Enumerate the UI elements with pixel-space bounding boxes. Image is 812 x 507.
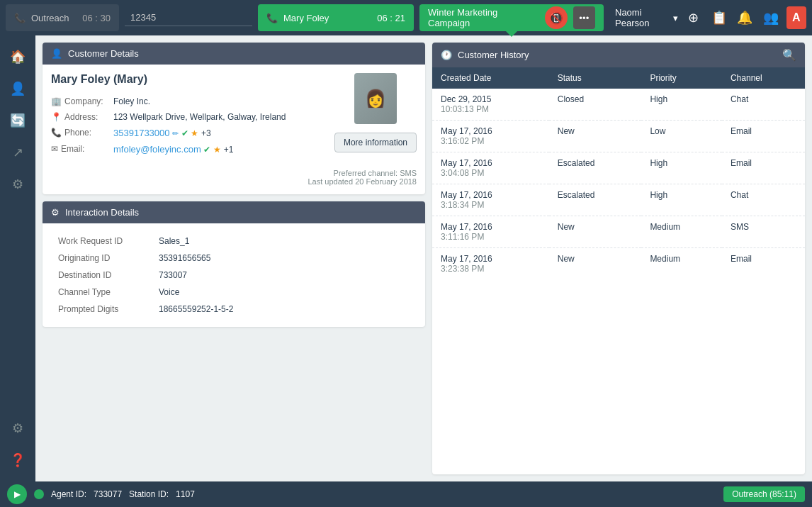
history-priority: High (641, 184, 722, 216)
history-status: Escalated (549, 184, 642, 216)
interaction-row: Channel TypeVoice (52, 284, 415, 300)
top-bar-right: Naomi Pearson ▾ ⊕ 📋 🔔 👥 A (615, 6, 806, 29)
sidebar-help-button[interactable]: ❓ (4, 446, 32, 474)
outreach-phone-icon: 📞 (14, 13, 26, 23)
company-value: Foley Inc. (113, 96, 150, 106)
history-column-header: Priority (641, 67, 722, 89)
interaction-label: Work Request ID (52, 233, 152, 249)
interaction-icon: ⚙ (51, 207, 60, 218)
agent-id-value: 733077 (94, 489, 122, 499)
outreach-tab[interactable]: 📞 Outreach 06 : 30 (6, 4, 119, 31)
email-icon: ✉ (51, 144, 58, 154)
history-column-header: Status (549, 67, 642, 89)
customer-details-card: 👤 Customer Details Mary Foley (Mary) 🏢 (43, 43, 425, 194)
phone-value-group: 35391733000 ✏ ✔ ★ +3 (113, 128, 211, 138)
agent-id-label: Agent ID: (51, 489, 86, 499)
customer-details-header: 👤 Customer Details (43, 43, 425, 65)
interaction-title: Interaction Details (65, 207, 139, 218)
notifications-button[interactable]: 🔔 (735, 6, 755, 29)
history-status: New (549, 121, 642, 152)
chevron-down-icon: ▾ (673, 13, 678, 23)
more-options-button[interactable]: ••• (573, 6, 595, 29)
interaction-details-header: ⚙ Interaction Details (43, 201, 425, 223)
phone-extra: +3 (201, 128, 211, 138)
phone-verify-icon: ✔ (181, 128, 188, 138)
more-information-button[interactable]: More information (334, 133, 417, 152)
customer-history-card: 🕐 Customer History 🔍 Created DateStatusP… (432, 43, 805, 474)
agent-status-indicator (34, 489, 44, 499)
history-date: May 17, 20163:23:38 PM (432, 248, 549, 280)
history-row: May 17, 20163:11:16 PM New Medium SMS (432, 216, 805, 248)
history-priority: High (641, 152, 722, 184)
preferred-channel: Preferred channel: SMS Last updated 20 F… (51, 169, 417, 186)
active-call-time: 06 : 21 (377, 13, 405, 23)
campaign-name: Winter Marketing Campaign (428, 7, 539, 28)
interaction-details-body: Work Request IDSales_1Originating ID3539… (43, 223, 425, 327)
outreach-status-label: Outreach (85:11) (723, 486, 805, 502)
phone-edit-icon[interactable]: ✏ (172, 129, 179, 138)
history-priority: Medium (641, 216, 722, 248)
interaction-value: 18665559252-1-5-2 (153, 301, 415, 317)
history-channel: Chat (722, 89, 805, 121)
active-call-tab[interactable]: 📞 Mary Foley 06 : 21 (258, 4, 414, 31)
history-row: May 17, 20163:18:34 PM Escalated High Ch… (432, 184, 805, 216)
sidebar-network-button[interactable]: ⚙ (4, 170, 32, 199)
email-star-icon: ★ (213, 145, 221, 155)
history-priority: Medium (641, 248, 722, 280)
interaction-value: 35391656565 (153, 250, 415, 266)
status-bar: ▶ Agent ID: 733077 Station ID: 1107 Outr… (0, 481, 812, 507)
user-name[interactable]: Naomi Pearson ▾ (615, 7, 678, 28)
left-panel: 👤 Customer Details Mary Foley (Mary) 🏢 (43, 43, 425, 474)
sidebar-home-button[interactable]: 🏠 (4, 43, 32, 71)
sidebar-bottom: ⚙ ❓ (4, 414, 32, 481)
interaction-label: Destination ID (52, 267, 152, 283)
interaction-value: 733007 (153, 267, 415, 283)
sidebar-settings-button[interactable]: ⚙ (4, 414, 32, 442)
address-value: 123 Wellpark Drive, Wellpark, Galway, Ir… (113, 112, 286, 122)
station-id-label: Station ID: (129, 489, 169, 499)
content-area: 👤 Customer Details Mary Foley (Mary) 🏢 (35, 35, 812, 481)
history-row: May 17, 20163:23:38 PM New Medium Email (432, 248, 805, 280)
history-column-header: Created Date (432, 67, 549, 89)
play-button[interactable]: ▶ (7, 484, 27, 504)
history-channel: Email (722, 152, 805, 184)
call-phone-icon: 📞 (266, 13, 278, 23)
interaction-label: Channel Type (52, 284, 152, 300)
sidebar: 🏠 👤 🔄 ↗ ⚙ ⚙ ❓ (0, 35, 35, 481)
history-clock-icon: 🕐 (441, 50, 452, 60)
email-link[interactable]: mfoley@foleyinc.com (113, 144, 201, 155)
dropdown-arrow (506, 31, 517, 37)
history-status: New (549, 248, 642, 280)
interaction-row: Destination ID733007 (52, 267, 415, 283)
interaction-value: Voice (153, 284, 415, 300)
outreach-time: 06 : 30 (82, 13, 111, 23)
end-call-button[interactable]: 📵 (545, 6, 567, 29)
customer-name-row: Mary Foley (Mary) 🏢 Company: Foley Inc. (51, 73, 417, 160)
history-channel: SMS (722, 216, 805, 248)
sidebar-contacts-button[interactable]: 👤 (4, 74, 32, 103)
sidebar-refresh-button[interactable]: 🔄 (4, 106, 32, 135)
email-value-group: mfoley@foleyinc.com ✔ ★ +1 (113, 144, 233, 155)
add-button[interactable]: ⊕ (684, 6, 704, 29)
phone-row: 📞 Phone: 35391733000 ✏ ✔ ★ +3 (51, 128, 286, 138)
phone-link[interactable]: 35391733000 (113, 128, 170, 138)
email-row: ✉ Email: mfoley@foleyinc.com ✔ ★ +1 (51, 144, 286, 155)
history-status: New (549, 216, 642, 248)
interaction-label: Prompted Digits (52, 301, 152, 317)
company-row: 🏢 Company: Foley Inc. (51, 96, 286, 106)
history-priority: High (641, 89, 722, 121)
history-row: Dec 29, 201510:03:13 PM Closed High Chat (432, 89, 805, 121)
history-row: May 17, 20163:16:02 PM New Low Email (432, 121, 805, 152)
email-label: ✉ Email: (51, 144, 108, 154)
interaction-row: Work Request IDSales_1 (52, 233, 415, 249)
history-search-icon[interactable]: 🔍 (782, 48, 796, 62)
contacts-button[interactable]: 👥 (761, 6, 781, 29)
avatar-image: 👩 (354, 73, 397, 124)
sidebar-external-button[interactable]: ↗ (4, 138, 32, 167)
id-input[interactable] (125, 9, 252, 26)
interaction-label: Originating ID (52, 250, 152, 266)
history-date: May 17, 20163:04:08 PM (432, 152, 549, 184)
notes-button[interactable]: 📋 (709, 6, 729, 29)
user-avatar[interactable]: A (786, 6, 806, 29)
customer-details-title: Customer Details (68, 48, 139, 59)
